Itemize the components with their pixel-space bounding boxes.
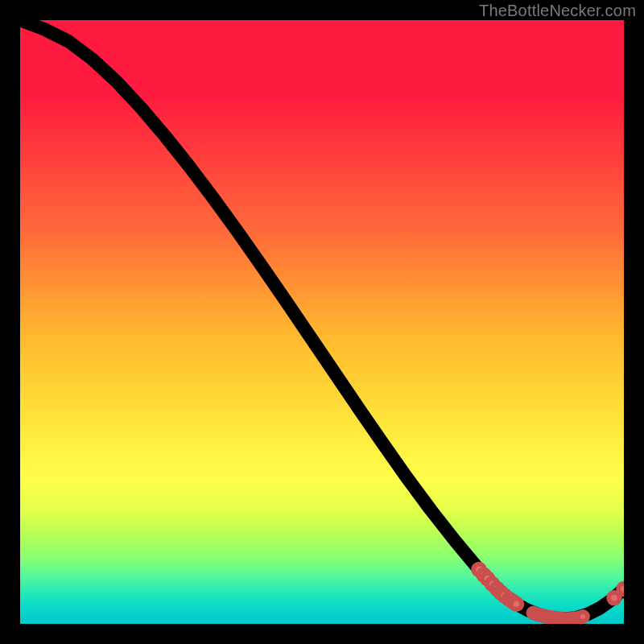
data-point — [511, 598, 522, 609]
data-point — [578, 612, 588, 621]
chart-stage: TheBottleNecker.com — [0, 0, 644, 644]
source-label: TheBottleNecker.com — [479, 2, 636, 20]
data-point — [618, 584, 624, 595]
plot-area — [20, 20, 624, 624]
data-points — [473, 564, 624, 624]
bottleneck-curve — [20, 20, 624, 619]
data-point — [609, 592, 620, 604]
curve-layer — [20, 20, 624, 624]
